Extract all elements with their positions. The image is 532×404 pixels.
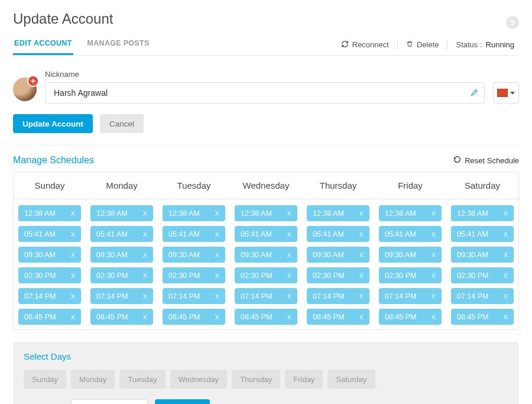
time-chip[interactable]: 05:41 AMX: [235, 226, 297, 242]
time-chip[interactable]: 07:14 PMX: [90, 288, 153, 304]
close-icon[interactable]: X: [359, 231, 364, 238]
close-icon[interactable]: X: [143, 231, 147, 238]
time-chip[interactable]: 09:30 AMX: [307, 247, 369, 263]
time-chip[interactable]: 08:45 PMX: [451, 309, 514, 325]
close-icon[interactable]: X: [287, 293, 291, 300]
time-chip[interactable]: 05:41 AMX: [163, 226, 225, 242]
time-chip[interactable]: 05:41 AMX: [451, 226, 514, 242]
time-chip[interactable]: 09:30 AMX: [90, 247, 153, 263]
time-chip[interactable]: 12:38 AMX: [451, 205, 514, 221]
close-icon[interactable]: X: [143, 272, 147, 279]
time-chip[interactable]: 07:14 PMX: [451, 288, 514, 304]
close-icon[interactable]: X: [287, 313, 291, 321]
help-icon[interactable]: ?: [506, 16, 519, 29]
select-day-button[interactable]: Wednesday: [170, 370, 227, 389]
time-chip[interactable]: 02:30 PMX: [451, 267, 514, 283]
close-icon[interactable]: X: [143, 210, 147, 217]
time-chip[interactable]: 02:30 PMX: [235, 267, 297, 283]
close-icon[interactable]: X: [71, 293, 75, 300]
time-chip[interactable]: 08:45 PMX: [90, 309, 153, 325]
close-icon[interactable]: X: [287, 210, 291, 217]
select-day-button[interactable]: Monday: [71, 370, 115, 389]
time-chip[interactable]: 12:38 AMX: [18, 205, 81, 221]
select-day-button[interactable]: Tuesday: [119, 370, 165, 389]
close-icon[interactable]: X: [143, 313, 147, 321]
time-chip[interactable]: 12:38 AMX: [307, 205, 369, 221]
add-time-button[interactable]: Add Time: [155, 399, 210, 404]
close-icon[interactable]: X: [432, 210, 436, 217]
time-chip[interactable]: 02:30 PMX: [90, 267, 153, 283]
time-chip[interactable]: 07:14 PMX: [307, 288, 369, 304]
close-icon[interactable]: X: [432, 251, 436, 258]
cancel-button[interactable]: Cancel: [100, 114, 144, 133]
close-icon[interactable]: X: [359, 272, 364, 279]
select-day-button[interactable]: Sunday: [24, 370, 66, 389]
close-icon[interactable]: X: [504, 272, 508, 279]
close-icon[interactable]: X: [432, 231, 436, 238]
time-chip[interactable]: 02:30 PMX: [307, 267, 369, 283]
tab-manage-posts[interactable]: MANAGE POSTS: [86, 34, 151, 55]
time-chip[interactable]: 12:38 AMX: [163, 205, 225, 221]
color-picker[interactable]: [493, 82, 519, 104]
tab-edit-account[interactable]: EDIT ACCOUNT: [13, 34, 73, 55]
close-icon[interactable]: X: [359, 293, 364, 300]
time-chip[interactable]: 05:41 AMX: [379, 226, 442, 242]
time-chip[interactable]: 12:38 AMX: [235, 205, 297, 221]
time-chip[interactable]: 09:30 AMX: [379, 247, 442, 263]
time-chip[interactable]: 02:30 PMX: [163, 267, 225, 283]
select-day-button[interactable]: Friday: [285, 370, 323, 389]
time-chip[interactable]: 05:41 AMX: [18, 226, 81, 242]
time-chip[interactable]: 09:30 AMX: [451, 247, 514, 263]
close-icon[interactable]: X: [71, 251, 75, 258]
close-icon[interactable]: X: [71, 231, 75, 238]
close-icon[interactable]: X: [143, 251, 147, 258]
time-chip[interactable]: 09:30 AMX: [235, 247, 297, 263]
select-day-button[interactable]: Saturday: [327, 370, 375, 389]
time-chip[interactable]: 08:45 PMX: [163, 309, 225, 325]
close-icon[interactable]: X: [504, 251, 508, 258]
reconnect-button[interactable]: Reconnect: [336, 40, 394, 50]
close-icon[interactable]: X: [287, 251, 291, 258]
nickname-field-wrap[interactable]: [45, 82, 485, 104]
close-icon[interactable]: X: [71, 210, 75, 217]
time-chip[interactable]: 02:30 PMX: [379, 267, 442, 283]
close-icon[interactable]: X: [432, 272, 436, 279]
close-icon[interactable]: X: [143, 293, 147, 300]
close-icon[interactable]: X: [215, 313, 219, 321]
close-icon[interactable]: X: [504, 231, 508, 238]
select-day-button[interactable]: Thursday: [232, 370, 280, 389]
time-chip[interactable]: 09:30 AMX: [18, 247, 81, 263]
edit-inline-icon[interactable]: [470, 88, 479, 99]
select-time-input[interactable]: [71, 399, 148, 404]
reset-schedule-button[interactable]: Reset Schedule: [453, 156, 519, 165]
close-icon[interactable]: X: [504, 313, 508, 321]
time-chip[interactable]: 09:30 AMX: [163, 247, 225, 263]
update-account-button[interactable]: Update Account: [13, 114, 93, 133]
time-chip[interactable]: 07:14 PMX: [235, 288, 297, 304]
close-icon[interactable]: X: [432, 313, 436, 321]
close-icon[interactable]: X: [71, 272, 75, 279]
close-icon[interactable]: X: [287, 231, 291, 238]
time-chip[interactable]: 05:41 AMX: [307, 226, 369, 242]
time-chip[interactable]: 02:30 PMX: [18, 267, 81, 283]
time-chip[interactable]: 05:41 AMX: [90, 226, 153, 242]
close-icon[interactable]: X: [287, 272, 291, 279]
close-icon[interactable]: X: [215, 231, 219, 238]
time-chip[interactable]: 12:38 AMX: [379, 205, 442, 221]
time-chip[interactable]: 07:14 PMX: [379, 288, 442, 304]
close-icon[interactable]: X: [215, 293, 219, 300]
close-icon[interactable]: X: [215, 210, 219, 217]
close-icon[interactable]: X: [504, 293, 508, 300]
time-chip[interactable]: 07:14 PMX: [18, 288, 81, 304]
close-icon[interactable]: X: [359, 210, 364, 217]
time-chip[interactable]: 08:45 PMX: [379, 309, 442, 325]
time-chip[interactable]: 07:14 PMX: [163, 288, 225, 304]
time-chip[interactable]: 08:45 PMX: [18, 309, 81, 325]
time-chip[interactable]: 08:45 PMX: [235, 309, 297, 325]
close-icon[interactable]: X: [432, 293, 436, 300]
close-icon[interactable]: X: [71, 313, 75, 321]
close-icon[interactable]: X: [215, 251, 219, 258]
delete-button[interactable]: Delete: [401, 40, 444, 50]
time-chip[interactable]: 12:38 AMX: [90, 205, 153, 221]
close-icon[interactable]: X: [359, 313, 364, 321]
